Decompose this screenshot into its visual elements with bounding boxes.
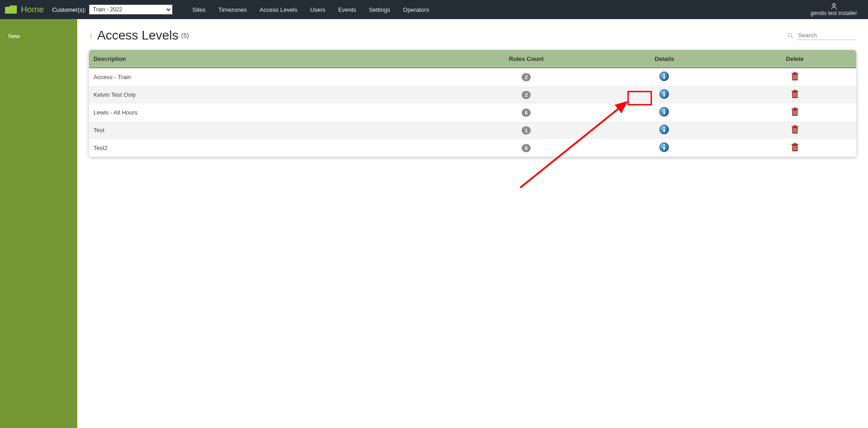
top-navbar: Home Customer(s): Train - 2022 Sites Tim…: [0, 0, 868, 19]
svg-rect-19: [793, 93, 794, 97]
svg-rect-42: [664, 146, 665, 150]
svg-point-32: [664, 126, 665, 128]
user-name: gendis test installer: [810, 10, 857, 16]
svg-rect-21: [796, 93, 797, 97]
col-description[interactable]: Description: [89, 50, 457, 68]
cell-details: [595, 104, 733, 121]
table-row[interactable]: Lewis - All Hours6: [89, 104, 856, 121]
svg-point-14: [664, 91, 665, 92]
main-content: i Access Levels (5) Description Rules Co: [77, 19, 868, 428]
svg-rect-26: [791, 109, 798, 110]
svg-rect-18: [794, 90, 796, 91]
svg-rect-46: [793, 146, 794, 150]
col-rules-count[interactable]: Rules Count: [457, 50, 595, 68]
nav-link-timezones[interactable]: Timezones: [212, 6, 253, 13]
svg-rect-8: [791, 73, 798, 75]
cell-rules-count: 6: [457, 139, 595, 157]
home-label: Home: [21, 5, 44, 15]
svg-rect-30: [796, 110, 797, 115]
svg-rect-27: [794, 108, 796, 109]
user-menu[interactable]: gendis test installer: [810, 3, 863, 16]
col-details[interactable]: Details: [595, 50, 733, 68]
search-icon: [787, 32, 794, 39]
nav-link-access-levels[interactable]: Access Levels: [253, 6, 304, 13]
nav-links: Sites Timezones Access Levels Users Even…: [186, 6, 436, 13]
cell-rules-count: 1: [457, 121, 595, 139]
page-title: Access Levels: [97, 28, 178, 43]
table-row[interactable]: Kelvin Test Only2: [89, 86, 856, 104]
cell-description: Lewis - All Hours: [89, 104, 457, 121]
details-button[interactable]: [659, 89, 669, 99]
delete-button[interactable]: [791, 72, 799, 81]
folder-icon: [5, 5, 17, 14]
svg-rect-35: [791, 126, 798, 128]
page-titlebar: i Access Levels (5): [89, 28, 856, 43]
cell-rules-count: 2: [457, 68, 595, 86]
svg-rect-48: [796, 146, 797, 150]
table-header-row: Description Rules Count Details Delete: [89, 50, 856, 68]
table-row[interactable]: Test1: [89, 121, 856, 139]
nav-link-events[interactable]: Events: [332, 6, 363, 13]
cell-delete: [734, 104, 856, 121]
details-button[interactable]: [659, 107, 669, 117]
svg-rect-37: [793, 128, 794, 133]
svg-rect-10: [793, 75, 794, 80]
details-button[interactable]: [659, 71, 669, 81]
svg-rect-33: [664, 129, 665, 132]
cell-description: Kelvin Test Only: [89, 86, 457, 104]
svg-rect-11: [794, 75, 795, 80]
cell-details: [595, 68, 733, 86]
svg-point-2: [788, 33, 792, 37]
details-button[interactable]: [659, 142, 669, 152]
svg-rect-28: [793, 110, 794, 115]
customer-picker: Customer(s): Train - 2022: [52, 5, 173, 15]
customer-select[interactable]: Train - 2022: [89, 5, 173, 15]
nav-link-users[interactable]: Users: [304, 6, 332, 13]
nav-link-sites[interactable]: Sites: [186, 6, 212, 13]
sidebar-item-new[interactable]: New: [0, 29, 77, 43]
svg-point-23: [664, 109, 665, 110]
delete-button[interactable]: [791, 90, 799, 99]
rules-count-badge: 6: [522, 109, 531, 117]
rules-count-badge: 2: [522, 73, 531, 81]
cell-description: Test2: [89, 139, 457, 157]
details-button[interactable]: [659, 124, 669, 134]
rules-count-badge: 6: [522, 144, 531, 152]
nav-link-operators[interactable]: Operators: [397, 6, 436, 13]
cell-details: [595, 86, 733, 104]
svg-rect-36: [794, 125, 796, 126]
svg-line-3: [791, 36, 793, 38]
col-delete[interactable]: Delete: [734, 50, 856, 68]
svg-point-41: [664, 144, 665, 145]
cell-details: [595, 121, 733, 139]
svg-rect-44: [791, 144, 798, 145]
svg-point-5: [664, 73, 665, 75]
cell-delete: [734, 68, 856, 86]
svg-rect-9: [794, 72, 796, 73]
svg-rect-29: [794, 110, 795, 115]
nav-link-settings[interactable]: Settings: [363, 6, 397, 13]
svg-rect-17: [791, 91, 798, 92]
delete-button[interactable]: [791, 143, 799, 152]
table-row[interactable]: Test26: [89, 139, 856, 157]
svg-rect-6: [664, 75, 665, 79]
search-input[interactable]: [797, 31, 856, 40]
table-row[interactable]: Access - Train2: [89, 68, 856, 86]
cell-rules-count: 2: [457, 86, 595, 104]
sidebar: New: [0, 19, 77, 428]
delete-button[interactable]: [791, 107, 799, 116]
page-info-icon[interactable]: i: [89, 31, 94, 40]
cell-description: Test: [89, 121, 457, 139]
cell-delete: [734, 139, 856, 157]
svg-rect-12: [796, 75, 797, 80]
cell-delete: [734, 86, 856, 104]
cell-details: [595, 139, 733, 157]
access-levels-table: Description Rules Count Details Delete A…: [89, 50, 856, 157]
rules-count-badge: 1: [522, 126, 531, 134]
home-link[interactable]: Home: [5, 5, 44, 15]
svg-rect-15: [664, 93, 665, 97]
rules-count-badge: 2: [522, 91, 531, 99]
delete-button[interactable]: [791, 125, 799, 134]
cell-description: Access - Train: [89, 68, 457, 86]
cell-rules-count: 6: [457, 104, 595, 121]
